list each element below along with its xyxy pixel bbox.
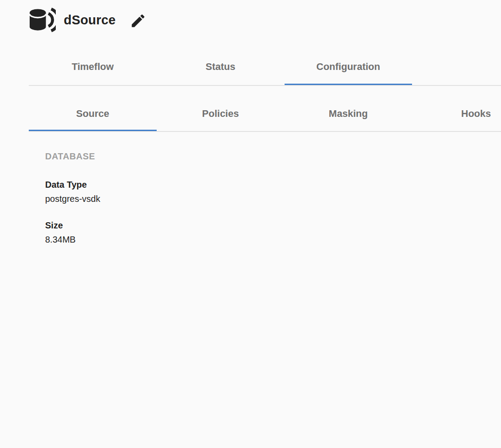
field-data-type: Data Type postgres-vsdk: [45, 178, 501, 206]
field-label: Data Type: [45, 178, 501, 192]
database-broadcast-icon: [28, 8, 56, 32]
primary-tabbar: Timeflow Status Configuration: [29, 61, 501, 86]
configuration-source-panel: DATABASE Data Type postgres-vsdk Size 8.…: [45, 151, 501, 247]
tab-configuration[interactable]: Configuration: [285, 61, 412, 85]
tab-masking[interactable]: Masking: [285, 108, 412, 131]
tab-hooks[interactable]: Hooks: [412, 108, 501, 131]
section-title-database: DATABASE: [45, 151, 501, 162]
tab-status[interactable]: Status: [157, 61, 285, 85]
tab-policies[interactable]: Policies: [157, 108, 285, 131]
tab-timeflow[interactable]: Timeflow: [29, 61, 157, 85]
field-value: postgres-vsdk: [45, 192, 501, 206]
pencil-icon: [130, 12, 146, 29]
field-value: 8.34MB: [45, 232, 501, 247]
page-title: dSource: [64, 13, 116, 27]
header: dSource: [0, 0, 501, 33]
field-label: Size: [45, 218, 501, 232]
edit-title-button[interactable]: [130, 12, 146, 29]
secondary-tabbar: Source Policies Masking Hooks: [29, 108, 501, 132]
field-size: Size 8.34MB: [45, 218, 501, 247]
tab-source[interactable]: Source: [29, 108, 157, 131]
